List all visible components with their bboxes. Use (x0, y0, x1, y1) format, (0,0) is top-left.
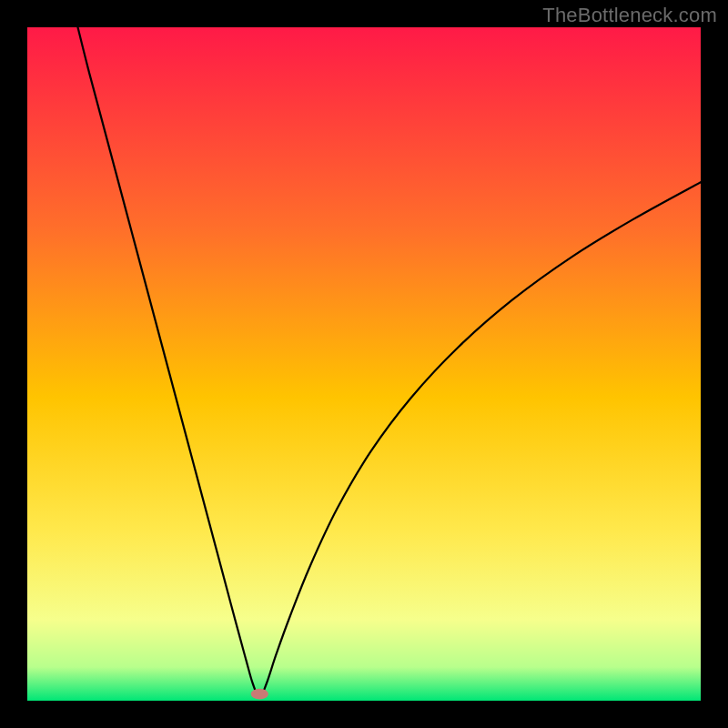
minimum-marker (251, 689, 268, 700)
chart-container: TheBottleneck.com (0, 0, 728, 728)
plot-svg (27, 27, 701, 701)
gradient-background (27, 27, 701, 701)
plot-area (27, 27, 701, 701)
watermark-text: TheBottleneck.com (542, 4, 717, 27)
